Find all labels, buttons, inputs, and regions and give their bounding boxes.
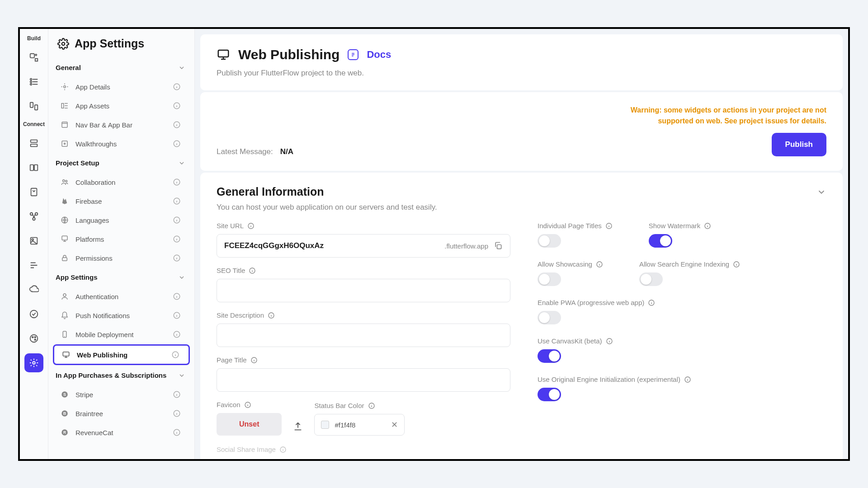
- braintree-icon: B: [60, 409, 69, 418]
- svg-point-33: [66, 180, 67, 182]
- seo-title-label: SEO Title: [217, 267, 245, 274]
- svg-point-12: [35, 213, 38, 216]
- docs-link[interactable]: Docs: [367, 49, 391, 61]
- info-icon: [173, 140, 181, 148]
- users-icon: [60, 178, 69, 187]
- info-icon: [648, 299, 655, 306]
- seo-title-input[interactable]: [217, 279, 510, 302]
- nav-app-assets[interactable]: App Assets: [53, 97, 190, 115]
- firestore-icon[interactable]: [24, 134, 43, 153]
- toggle-show-watermark[interactable]: [649, 234, 672, 248]
- chevron-down-icon: [178, 160, 185, 167]
- nav-push-notifications[interactable]: Push Notifications: [53, 306, 190, 324]
- copy-icon[interactable]: [494, 241, 503, 250]
- widget-tree-icon[interactable]: [24, 72, 43, 91]
- nav-revenuecat[interactable]: RRevenueCat: [53, 423, 190, 441]
- mobile-icon: [60, 330, 69, 339]
- lock-icon: [60, 253, 69, 263]
- icon-bar: Build Connect: [20, 29, 48, 459]
- info-icon: [171, 351, 179, 359]
- nav-platforms[interactable]: Platforms: [53, 230, 190, 248]
- gear-icon: [57, 38, 69, 50]
- latest-message-label: Latest Message:: [217, 147, 273, 156]
- info-icon: [244, 401, 251, 408]
- revenuecat-icon: R: [60, 428, 69, 437]
- info-icon: [173, 178, 181, 186]
- info-icon: [173, 409, 181, 418]
- nav-authentication[interactable]: Authentication: [53, 287, 190, 305]
- info-icon: [173, 121, 181, 129]
- nav-navbar[interactable]: Nav Bar & App Bar: [53, 116, 190, 134]
- toggle-allow-showcasing[interactable]: [538, 272, 561, 286]
- info-icon: [173, 390, 181, 399]
- svg-rect-38: [62, 236, 67, 240]
- toggle-allow-search-indexing[interactable]: [639, 272, 663, 286]
- toggle-use-original-engine[interactable]: [538, 388, 561, 401]
- main-content: Web Publishing Docs Publish your Flutter…: [195, 29, 848, 459]
- app-state-icon[interactable]: [24, 183, 43, 202]
- info-icon: [733, 261, 740, 268]
- sidebar-title: App Settings: [48, 29, 194, 58]
- storyboard-icon[interactable]: [24, 97, 43, 116]
- svg-point-11: [30, 213, 33, 216]
- info-icon: [173, 235, 181, 243]
- page-title: Web Publishing: [238, 47, 340, 62]
- nav-permissions[interactable]: Permissions: [53, 249, 190, 267]
- nav-mobile-deployment[interactable]: Mobile Deployment: [53, 325, 190, 343]
- info-icon: [173, 102, 181, 110]
- svg-point-18: [32, 337, 33, 338]
- cloud-functions-icon[interactable]: [24, 280, 43, 299]
- nav-firebase[interactable]: Firebase: [53, 192, 190, 210]
- stripe-icon: S: [60, 390, 69, 399]
- svg-rect-58: [218, 50, 229, 57]
- add-widget-icon[interactable]: [24, 48, 43, 67]
- nav-braintree[interactable]: BBraintree: [53, 404, 190, 422]
- info-icon: [249, 267, 256, 274]
- site-url-suffix: .flutterflow.app: [444, 242, 488, 250]
- favicon-label: Favicon: [217, 401, 241, 408]
- nav-collaboration[interactable]: Collaboration: [53, 173, 190, 191]
- toggle-enable-pwa[interactable]: [538, 311, 561, 324]
- group-project-setup[interactable]: Project Setup: [48, 154, 194, 172]
- svg-point-3: [30, 84, 32, 85]
- group-app-settings[interactable]: App Settings: [48, 268, 194, 286]
- svg-text:R: R: [63, 431, 66, 435]
- custom-code-icon[interactable]: [24, 256, 43, 275]
- site-desc-label: Site Description: [217, 311, 264, 319]
- svg-rect-29: [62, 141, 67, 146]
- api-calls-icon[interactable]: [24, 207, 43, 226]
- nav-app-details[interactable]: App Details: [53, 78, 190, 96]
- settings-icon[interactable]: [24, 353, 43, 372]
- media-assets-icon[interactable]: [24, 231, 43, 250]
- theme-icon[interactable]: [24, 329, 43, 348]
- page-subtitle: Publish your FlutterFlow project to the …: [217, 69, 826, 78]
- clear-icon[interactable]: ✕: [391, 420, 398, 430]
- gear-small-icon: [60, 82, 69, 91]
- color-swatch: [321, 421, 329, 429]
- upload-icon[interactable]: [289, 418, 307, 436]
- assets-icon: [60, 101, 69, 110]
- chevron-down-icon: [178, 274, 185, 281]
- data-types-icon[interactable]: [24, 158, 43, 177]
- site-desc-input[interactable]: [217, 324, 510, 347]
- svg-point-23: [64, 86, 66, 88]
- publish-button[interactable]: Publish: [772, 133, 826, 156]
- toggle-individual-page-titles[interactable]: [538, 234, 561, 248]
- toggle-use-canvaskit[interactable]: [538, 349, 561, 363]
- page-title-input[interactable]: [217, 368, 510, 392]
- chevron-down-icon[interactable]: [816, 187, 826, 197]
- nav-stripe[interactable]: SStripe: [53, 385, 190, 404]
- svg-point-2: [30, 81, 32, 83]
- group-iap[interactable]: In App Purchases & Subscriptions: [48, 366, 194, 385]
- nav-web-publishing[interactable]: Web Publishing: [53, 344, 190, 365]
- info-icon: [173, 428, 181, 436]
- group-general[interactable]: General: [48, 58, 194, 77]
- nav-walkthroughs[interactable]: Walkthroughs: [53, 135, 190, 153]
- info-icon: [268, 312, 275, 319]
- site-url-label: Site URL: [217, 222, 244, 230]
- site-url-input[interactable]: [224, 241, 444, 250]
- status-bar-color-input[interactable]: #f1f4f8 ✕: [314, 414, 405, 436]
- favicon-unset-button[interactable]: Unset: [217, 413, 282, 436]
- nav-languages[interactable]: Languages: [53, 211, 190, 229]
- tests-icon[interactable]: [24, 305, 43, 324]
